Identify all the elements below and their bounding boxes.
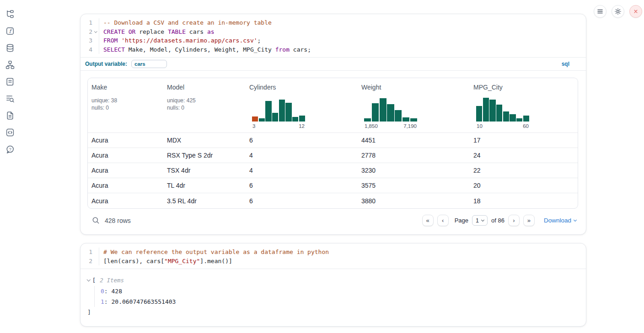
- table-cell: 20: [470, 182, 578, 189]
- last-page-button[interactable]: »: [523, 215, 535, 226]
- fold-marker[interactable]: [92, 27, 99, 37]
- line-number: 3: [80, 36, 92, 45]
- histogram-bar: [483, 98, 489, 122]
- bracket-close: ]: [87, 308, 579, 317]
- table-cell: 18: [470, 197, 578, 205]
- table-cell: MDX: [163, 137, 246, 144]
- data-table: Makeunique: 38nulls: 0Modelunique: 425nu…: [87, 78, 578, 209]
- histogram-bar: [292, 117, 298, 122]
- logs-search-icon[interactable]: [5, 94, 15, 103]
- line-number: 1: [80, 18, 92, 27]
- code-text: [len(cars), cars["MPG_City"].mean()]: [99, 257, 586, 266]
- search-button[interactable]: [91, 216, 100, 225]
- table-cell: 3880: [358, 197, 470, 205]
- column-name: MPG_City: [473, 84, 574, 91]
- settings-button[interactable]: [612, 5, 624, 18]
- code-line[interactable]: 3FROM 'https://datasets.marimo.app/cars.…: [80, 36, 586, 45]
- close-icon: [633, 8, 639, 15]
- column-name: Model: [167, 84, 242, 91]
- table-row[interactable]: AcuraTL 4dr6357520: [88, 178, 578, 193]
- prev-page-button[interactable]: ‹: [437, 215, 449, 226]
- output-tree-header: [ 2 Items: [87, 275, 579, 285]
- sql-cell: 1-- Download a CSV and create an in-memo…: [80, 14, 586, 235]
- search-icon: [91, 216, 100, 225]
- documentation-icon[interactable]: [5, 111, 15, 120]
- table-cell: RSX Type S 2dr: [163, 152, 246, 159]
- download-label: Download: [544, 217, 571, 224]
- column-header[interactable]: MPG_City1060: [470, 78, 578, 132]
- pagination: « ‹ Page 1 of 86 › » Download: [422, 215, 576, 226]
- code-line[interactable]: 4SELECT Make, Model, Cylinders, Weight, …: [80, 45, 586, 54]
- column-header[interactable]: Weight1,8507,190: [358, 78, 470, 132]
- file-tree-icon[interactable]: [5, 9, 15, 19]
- dependency-graph-icon[interactable]: [5, 60, 15, 69]
- sql-code-editor[interactable]: 1-- Download a CSV and create an in-memo…: [80, 14, 586, 57]
- histogram-bar: [285, 103, 291, 122]
- histogram-bar: [279, 100, 285, 122]
- menu-button[interactable]: [594, 5, 606, 18]
- table-cell: 3575: [358, 182, 470, 189]
- fold-marker: [92, 257, 99, 266]
- table-row[interactable]: Acura3.5 RL 4dr6388018: [88, 193, 578, 208]
- column-header[interactable]: Modelunique: 425nulls: 0: [163, 78, 246, 132]
- table-row[interactable]: AcuraRSX Type S 2dr4277824: [88, 148, 578, 163]
- table-cell: 6: [246, 182, 358, 189]
- histogram: 1060: [476, 96, 529, 129]
- page-total-label: of 86: [491, 217, 504, 224]
- table-cell: 22: [470, 167, 578, 174]
- page-select[interactable]: 1: [472, 215, 488, 226]
- table-cell: Acura: [88, 197, 163, 205]
- snippets-code-icon[interactable]: [5, 127, 15, 137]
- download-button[interactable]: Download: [544, 217, 576, 224]
- sql-cell-output: Makeunique: 38nulls: 0Modelunique: 425nu…: [80, 70, 586, 234]
- code-text: -- Download a CSV and create an in-memor…: [99, 18, 586, 27]
- histogram-bar: [395, 110, 402, 122]
- scratchpad-scroll-icon[interactable]: [5, 77, 15, 86]
- column-header[interactable]: Cylinders312: [246, 78, 358, 132]
- histogram-bar: [364, 118, 371, 122]
- code-text: CREATE OR replace TABLE cars as: [99, 27, 586, 37]
- output-variable-label: Output variable:: [85, 61, 127, 67]
- histogram: 312: [252, 96, 305, 129]
- histogram-bars: [476, 96, 529, 122]
- histogram-bar: [372, 103, 379, 122]
- output-variable-input[interactable]: [131, 60, 167, 68]
- database-icon[interactable]: [5, 43, 15, 53]
- line-number: 2: [80, 27, 92, 37]
- column-name: Weight: [361, 84, 466, 91]
- code-text: SELECT Make, Model, Cylinders, Weight, M…: [99, 45, 586, 54]
- histogram-bar: [496, 105, 502, 122]
- page-select-value: 1: [476, 217, 479, 224]
- histogram-bar: [272, 113, 278, 122]
- first-page-button[interactable]: «: [422, 215, 434, 226]
- svg-text:?: ?: [9, 147, 11, 151]
- histogram: 1,8507,190: [364, 96, 417, 129]
- table-cell: 4451: [358, 137, 470, 144]
- histogram-bar: [380, 98, 386, 122]
- table-footer: 428 rows « ‹ Page 1 of 86 › » Download: [87, 209, 578, 230]
- code-line[interactable]: 1-- Download a CSV and create an in-memo…: [80, 18, 586, 27]
- fold-marker: [92, 18, 99, 27]
- shutdown-button[interactable]: [629, 5, 642, 18]
- next-page-button[interactable]: ›: [508, 215, 520, 226]
- items-count-label: 2 Items: [100, 277, 124, 284]
- table-cell: 6: [246, 197, 358, 205]
- column-header[interactable]: Makeunique: 38nulls: 0: [88, 78, 163, 132]
- table-cell: Acura: [88, 137, 163, 144]
- function-icon[interactable]: f: [5, 26, 15, 36]
- help-chat-icon[interactable]: ?: [5, 144, 15, 154]
- table-cell: Acura: [88, 182, 163, 189]
- code-line[interactable]: 1# We can reference the output variable …: [80, 248, 586, 257]
- code-line[interactable]: 2CREATE OR replace TABLE cars as: [80, 27, 586, 37]
- histogram-bar: [489, 100, 495, 122]
- collapse-chevron-icon[interactable]: [87, 278, 91, 281]
- table-header-row: Makeunique: 38nulls: 0Modelunique: 425nu…: [88, 78, 578, 133]
- table-row[interactable]: AcuraMDX6445117: [88, 133, 578, 148]
- notebook-actions: [594, 5, 642, 18]
- table-row[interactable]: AcuraTSX 4dr4323022: [88, 163, 578, 178]
- svg-text:f: f: [9, 28, 13, 34]
- python-code-editor[interactable]: 1# We can reference the output variable …: [80, 243, 586, 269]
- histogram-bars: [252, 96, 305, 122]
- code-line[interactable]: 2[len(cars), cars["MPG_City"].mean()]: [80, 257, 586, 266]
- column-name: Cylinders: [249, 84, 354, 91]
